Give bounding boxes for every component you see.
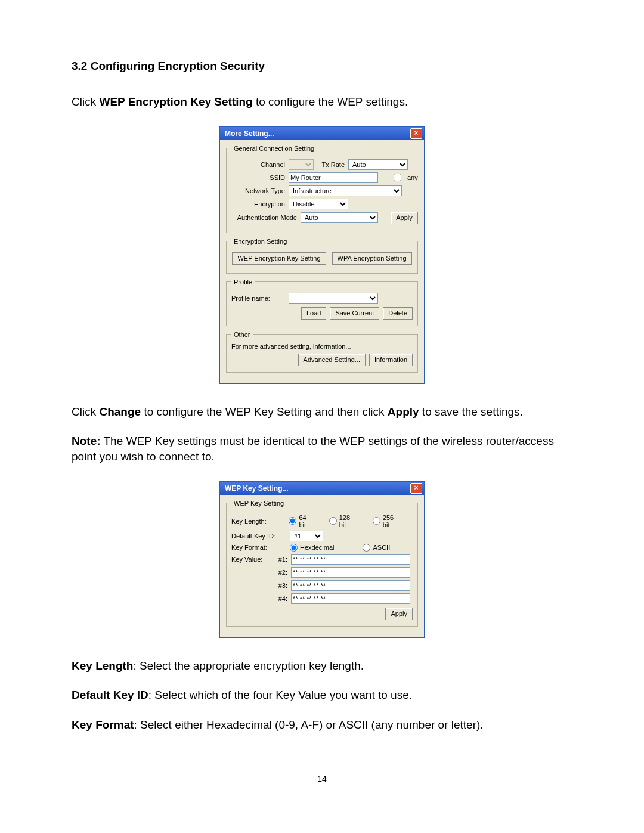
text: Click	[72, 405, 99, 418]
other-text: For more advanced setting, information..…	[231, 343, 413, 350]
key-format-radio-ascii[interactable]: ASCII	[363, 544, 390, 552]
bold-text: Key Length	[72, 659, 133, 672]
text: to configure the WEP Key Setting and the…	[141, 405, 388, 418]
text: to save the settings.	[419, 405, 523, 418]
text: : Select which of the four Key Value you…	[148, 689, 412, 701]
paragraph-2: Click Change to configure the WEP Key Se…	[72, 404, 572, 420]
paragraph-5: Default Key ID: Select which of the four…	[72, 688, 572, 703]
encryption-label: Encryption	[231, 200, 285, 208]
radio-label: ASCII	[373, 544, 390, 551]
key-value-2-input[interactable]	[291, 567, 410, 578]
apply-button[interactable]: Apply	[385, 608, 413, 620]
key-value-label: Key Value:	[231, 556, 271, 563]
wep-encryption-key-setting-button[interactable]: WEP Encryption Key Setting	[232, 252, 326, 265]
key-length-radio-64[interactable]: 64 bit	[289, 514, 314, 528]
key-length-label: Key Length:	[231, 518, 285, 525]
auth-mode-select[interactable]: Auto	[301, 212, 378, 223]
dialog-body: WEP Key Setting Key Length: 64 bit 128 b…	[220, 495, 424, 637]
figure-more-setting: More Setting... × General Connection Set…	[72, 126, 572, 384]
txrate-select[interactable]: Auto	[348, 159, 408, 170]
bold-text: WEP Encryption Key Setting	[99, 95, 252, 108]
profile-name-select[interactable]	[289, 293, 378, 304]
key-row-label: #2:	[274, 569, 287, 576]
ssid-label: SSID	[231, 174, 285, 181]
key-row-label: #4:	[274, 595, 287, 602]
section-heading: 3.2 Configuring Encryption Security	[72, 60, 572, 73]
channel-select	[289, 159, 314, 170]
legend: Profile	[231, 278, 255, 286]
paragraph-3: Note: The WEP Key settings must be ident…	[72, 433, 572, 464]
profile-name-label: Profile name:	[231, 295, 285, 302]
bold-text: Default Key ID	[72, 689, 148, 701]
any-checkbox[interactable]	[394, 174, 401, 181]
default-key-id-select[interactable]: #1	[290, 531, 323, 541]
information-button[interactable]: Information	[369, 354, 413, 366]
text: to configure the WEP settings.	[253, 95, 408, 108]
key-value-3-input[interactable]	[291, 580, 410, 591]
default-key-id-label: Default Key ID:	[231, 532, 286, 540]
dialog-title: WEP Key Setting...	[225, 484, 288, 493]
bold-text: Change	[99, 405, 141, 418]
legend: WEP Key Setting	[231, 500, 286, 507]
dialog-more-setting: More Setting... × General Connection Set…	[219, 126, 425, 384]
dialog-title: More Setting...	[225, 129, 274, 138]
document-page: 3.2 Configuring Encryption Security Clic…	[0, 0, 644, 807]
close-icon[interactable]: ×	[410, 483, 422, 494]
fieldset-general: General Connection Setting Channel Tx Ra…	[226, 145, 423, 233]
legend: Other	[231, 331, 253, 338]
radio-label: 64 bit	[299, 514, 314, 528]
bold-text: Key Format	[72, 719, 134, 731]
legend: General Connection Setting	[231, 145, 317, 152]
page-number: 14	[72, 774, 572, 784]
ssid-input[interactable]	[289, 172, 378, 183]
save-current-button[interactable]: Save Current	[330, 307, 379, 320]
radio-label: Hexdecimal	[300, 544, 334, 551]
fieldset-encryption: Encryption Setting WEP Encryption Key Se…	[226, 238, 418, 274]
titlebar: More Setting... ×	[220, 127, 424, 140]
fieldset-profile: Profile Profile name: Load Save Current …	[226, 278, 418, 326]
load-button[interactable]: Load	[301, 307, 326, 320]
network-type-select[interactable]: Infrastructure	[289, 185, 402, 196]
paragraph-6: Key Format: Select either Hexadecimal (0…	[72, 717, 572, 733]
key-value-1-input[interactable]	[291, 554, 410, 565]
wpa-encryption-setting-button[interactable]: WPA Encryption Setting	[332, 252, 412, 265]
advanced-setting-button[interactable]: Advanced Setting...	[298, 354, 366, 366]
figure-wep-key-setting: WEP Key Setting... × WEP Key Setting Key…	[72, 481, 572, 638]
dialog-wep-key-setting: WEP Key Setting... × WEP Key Setting Key…	[219, 481, 425, 638]
titlebar: WEP Key Setting... ×	[220, 482, 424, 495]
text: : Select either Hexadecimal (0-9, A-F) o…	[134, 719, 484, 731]
close-icon[interactable]: ×	[410, 128, 422, 139]
paragraph-4: Key Length: Select the appropriate encry…	[72, 658, 572, 674]
key-length-radio-256[interactable]: 256 bit	[373, 514, 402, 528]
paragraph-1: Click WEP Encryption Key Setting to conf…	[72, 94, 572, 110]
legend: Encryption Setting	[231, 238, 289, 245]
auth-mode-label: Authentication Mode	[231, 214, 297, 221]
fieldset-other: Other For more advanced setting, informa…	[226, 331, 418, 373]
fieldset-wep-key: WEP Key Setting Key Length: 64 bit 128 b…	[226, 500, 418, 627]
key-length-radio-128[interactable]: 128 bit	[329, 514, 358, 528]
network-type-label: Network Type	[231, 187, 285, 194]
channel-label: Channel	[231, 161, 285, 168]
radio-label: 256 bit	[383, 514, 402, 528]
apply-button[interactable]: Apply	[391, 212, 418, 224]
any-label: any	[407, 174, 418, 181]
delete-button[interactable]: Delete	[383, 307, 413, 320]
radio-label: 128 bit	[339, 514, 358, 528]
key-format-label: Key Format:	[231, 544, 286, 551]
dialog-body: General Connection Setting Channel Tx Ra…	[220, 140, 424, 383]
bold-text: Note:	[72, 435, 101, 447]
text: The WEP Key settings must be identical t…	[72, 435, 554, 463]
text: Click	[72, 95, 99, 108]
text: : Select the appropriate encryption key …	[133, 659, 364, 672]
bold-text: Apply	[388, 405, 419, 418]
txrate-label: Tx Rate	[317, 161, 345, 168]
encryption-select[interactable]: Disable	[289, 199, 348, 209]
key-row-label: #1:	[274, 556, 287, 563]
key-row-label: #3:	[274, 582, 287, 589]
key-value-4-input[interactable]	[291, 593, 410, 604]
key-format-radio-hex[interactable]: Hexdecimal	[290, 544, 334, 552]
